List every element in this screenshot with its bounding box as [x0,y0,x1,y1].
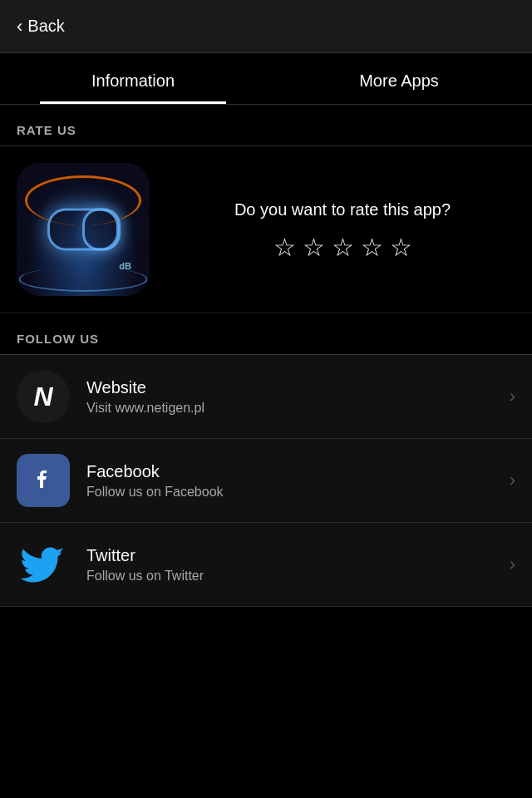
back-label: Back [27,17,64,36]
chevron-left-icon: ‹ [17,16,22,37]
facebook-text: Facebook Follow us on Facebook [86,462,493,500]
star-5[interactable]: ☆ [390,233,412,262]
facebook-title: Facebook [86,462,493,481]
twitter-item[interactable]: Twitter Follow us on Twitter › [0,523,532,607]
rate-content: Do you want to rate this app? ☆ ☆ ☆ ☆ ☆ [170,198,515,262]
website-item[interactable]: N Website Visit www.netigen.pl › [0,355,532,439]
website-icon: N [17,370,70,423]
star-3[interactable]: ☆ [332,233,354,262]
rate-question: Do you want to rate this app? [170,198,515,221]
twitter-text: Twitter Follow us on Twitter [86,546,493,584]
back-button[interactable]: ‹ Back [17,16,65,37]
top-bar: ‹ Back [0,0,532,53]
app-icon: dB [17,163,150,296]
facebook-icon [17,454,70,507]
facebook-subtitle: Follow us on Facebook [86,485,493,500]
website-subtitle: Visit www.netigen.pl [86,401,493,416]
tab-bar: Information More Apps [0,53,532,105]
tab-information[interactable]: Information [0,53,266,104]
website-chevron-icon: › [510,386,515,407]
star-1[interactable]: ☆ [273,233,296,262]
website-title: Website [86,378,493,397]
follow-us-header: FOLLOW US [0,313,532,355]
star-2[interactable]: ☆ [303,233,325,262]
website-text: Website Visit www.netigen.pl [86,378,493,416]
twitter-icon [17,538,70,591]
tab-more-apps[interactable]: More Apps [266,53,532,104]
star-4[interactable]: ☆ [361,233,383,262]
facebook-item[interactable]: Facebook Follow us on Facebook › [0,439,532,523]
social-list: N Website Visit www.netigen.pl › Faceboo… [0,355,532,607]
twitter-subtitle: Follow us on Twitter [86,569,493,584]
twitter-chevron-icon: › [510,554,515,575]
facebook-chevron-icon: › [510,470,515,491]
rate-us-header: RATE US [0,105,532,146]
rate-us-section: dB Do you want to rate this app? ☆ ☆ ☆ ☆… [0,146,532,313]
star-rating[interactable]: ☆ ☆ ☆ ☆ ☆ [170,233,515,262]
twitter-title: Twitter [86,546,493,565]
